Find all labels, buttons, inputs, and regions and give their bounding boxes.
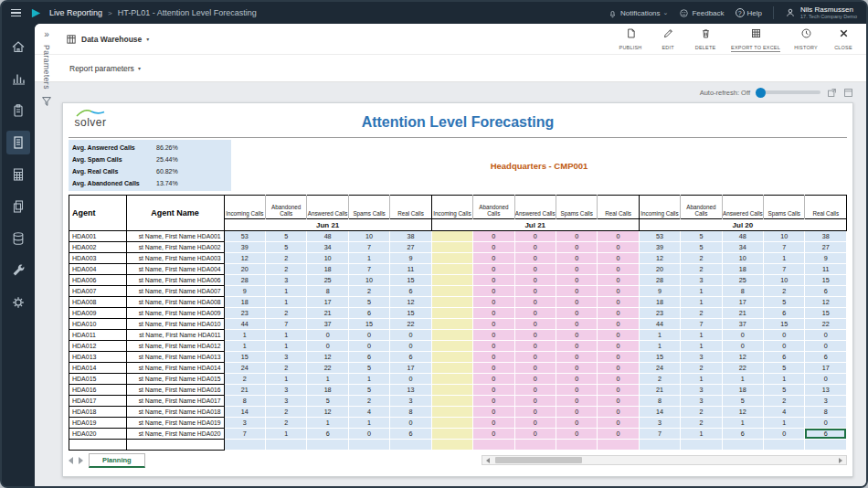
data-cell[interactable]: 0 bbox=[473, 253, 514, 264]
data-cell[interactable]: 6 bbox=[390, 429, 431, 440]
data-cell[interactable]: 0 bbox=[514, 308, 556, 319]
data-cell[interactable]: 2 bbox=[681, 418, 722, 429]
data-cell[interactable]: 1 bbox=[266, 330, 307, 341]
data-cell[interactable]: 0 bbox=[556, 363, 597, 374]
data-cell[interactable]: 0 bbox=[514, 297, 556, 308]
data-cell[interactable]: 24 bbox=[639, 363, 680, 374]
data-cell[interactable] bbox=[431, 319, 472, 330]
sheet-tab-planning[interactable]: Planning bbox=[89, 453, 145, 468]
data-cell[interactable]: 0 bbox=[473, 231, 514, 242]
data-cell[interactable]: 1 bbox=[681, 297, 722, 308]
data-cell[interactable]: 9 bbox=[390, 253, 431, 264]
data-cell[interactable]: 15 bbox=[805, 275, 847, 286]
toggle-knob[interactable] bbox=[756, 88, 766, 98]
data-cell[interactable]: 12 bbox=[307, 407, 348, 418]
sidebar-item-tools[interactable] bbox=[6, 259, 30, 282]
data-cell[interactable]: 2 bbox=[266, 407, 307, 418]
data-cell[interactable]: 2 bbox=[266, 418, 307, 429]
data-cell[interactable]: 2 bbox=[681, 264, 722, 275]
user-menu[interactable]: Nils Rasmussen 17. Tech Company Demo bbox=[785, 5, 857, 20]
data-cell[interactable]: 0 bbox=[556, 374, 597, 385]
agent-name-cell[interactable]: st Name, First Name HDA019 bbox=[126, 418, 224, 429]
data-cell[interactable] bbox=[431, 407, 472, 418]
parameters-label[interactable]: Parameters bbox=[42, 45, 51, 90]
data-cell[interactable]: 0 bbox=[473, 407, 514, 418]
data-cell[interactable]: 0 bbox=[556, 308, 597, 319]
data-cell[interactable]: 6 bbox=[764, 352, 805, 363]
data-cell[interactable]: 20 bbox=[224, 264, 265, 275]
data-cell[interactable]: 28 bbox=[639, 275, 680, 286]
sidebar-item-tables[interactable] bbox=[6, 163, 30, 186]
data-cell[interactable] bbox=[431, 286, 472, 297]
data-cell[interactable] bbox=[224, 440, 265, 451]
auto-refresh-toggle[interactable] bbox=[757, 90, 820, 94]
data-cell[interactable]: 1 bbox=[266, 374, 307, 385]
data-cell[interactable]: 7 bbox=[764, 264, 805, 275]
data-cell[interactable]: 1 bbox=[224, 341, 265, 352]
data-cell[interactable] bbox=[431, 297, 472, 308]
data-cell[interactable]: 22 bbox=[805, 319, 847, 330]
data-cell[interactable]: 1 bbox=[764, 374, 805, 385]
data-cell[interactable]: 0 bbox=[556, 297, 597, 308]
agent-name-cell[interactable]: st Name, First Name HDA007 bbox=[126, 286, 224, 297]
data-cell[interactable] bbox=[348, 440, 389, 451]
data-cell[interactable]: 17 bbox=[805, 363, 847, 374]
prev-sheet-icon[interactable] bbox=[69, 457, 73, 464]
agent-cell[interactable]: HDA014 bbox=[69, 363, 127, 374]
data-cell[interactable]: 7 bbox=[764, 242, 805, 253]
data-cell[interactable] bbox=[431, 429, 472, 440]
filter-icon[interactable] bbox=[40, 95, 53, 108]
data-cell[interactable] bbox=[431, 275, 472, 286]
data-cell[interactable]: 11 bbox=[390, 264, 431, 275]
data-cell[interactable]: 0 bbox=[473, 363, 514, 374]
data-cell[interactable]: 0 bbox=[598, 407, 639, 418]
data-cell[interactable] bbox=[431, 396, 472, 407]
data-warehouse-dropdown[interactable]: Data Warehouse ▾ bbox=[66, 34, 149, 45]
agent-name-cell[interactable]: st Name, First Name HDA012 bbox=[126, 341, 224, 352]
data-cell[interactable]: 9 bbox=[805, 253, 847, 264]
data-cell[interactable] bbox=[598, 440, 639, 451]
data-cell[interactable]: 0 bbox=[556, 352, 597, 363]
data-cell[interactable]: 53 bbox=[224, 231, 265, 242]
data-cell[interactable]: 0 bbox=[514, 429, 556, 440]
data-cell[interactable]: 15 bbox=[764, 319, 805, 330]
data-cell[interactable]: 0 bbox=[473, 330, 514, 341]
data-cell[interactable]: 38 bbox=[805, 231, 847, 242]
agent-cell[interactable]: HDA019 bbox=[69, 418, 127, 429]
data-cell[interactable]: 0 bbox=[722, 341, 763, 352]
data-cell[interactable]: 18 bbox=[722, 385, 763, 396]
agent-cell[interactable]: HDA017 bbox=[69, 396, 127, 407]
data-cell[interactable]: 0 bbox=[764, 429, 805, 440]
data-cell[interactable]: 0 bbox=[473, 308, 514, 319]
data-cell[interactable]: 17 bbox=[722, 297, 763, 308]
data-cell[interactable]: 10 bbox=[764, 275, 805, 286]
agent-cell[interactable]: HDA009 bbox=[69, 308, 127, 319]
data-cell[interactable] bbox=[431, 231, 472, 242]
data-cell[interactable]: 1 bbox=[681, 341, 722, 352]
data-cell[interactable]: 0 bbox=[764, 341, 805, 352]
data-cell[interactable]: 1 bbox=[681, 374, 722, 385]
data-cell[interactable]: 48 bbox=[307, 231, 348, 242]
data-cell[interactable]: 0 bbox=[598, 396, 639, 407]
data-cell[interactable]: 2 bbox=[681, 308, 722, 319]
data-cell[interactable]: 5 bbox=[764, 363, 805, 374]
data-cell[interactable]: 2 bbox=[764, 396, 805, 407]
data-cell[interactable]: 0 bbox=[307, 330, 348, 341]
data-cell[interactable]: 0 bbox=[514, 330, 556, 341]
data-cell[interactable]: 21 bbox=[224, 385, 265, 396]
data-cell[interactable]: 0 bbox=[598, 330, 639, 341]
data-cell[interactable]: 8 bbox=[307, 286, 348, 297]
data-cell[interactable]: 18 bbox=[307, 264, 348, 275]
expand-panel-icon[interactable]: » bbox=[44, 29, 49, 39]
data-cell[interactable]: 2 bbox=[266, 253, 307, 264]
agent-cell[interactable]: HDA003 bbox=[69, 253, 127, 264]
agent-cell[interactable]: HDA007 bbox=[69, 286, 127, 297]
data-cell[interactable]: 0 bbox=[598, 385, 639, 396]
data-cell[interactable]: 2 bbox=[348, 396, 389, 407]
data-cell[interactable]: 6 bbox=[805, 286, 847, 297]
data-cell[interactable]: 23 bbox=[639, 308, 680, 319]
data-cell[interactable]: 0 bbox=[473, 418, 514, 429]
agent-name-cell[interactable]: st Name, First Name HDA011 bbox=[126, 330, 224, 341]
data-cell[interactable]: 10 bbox=[348, 231, 389, 242]
sidebar-item-tasks[interactable] bbox=[6, 99, 30, 122]
